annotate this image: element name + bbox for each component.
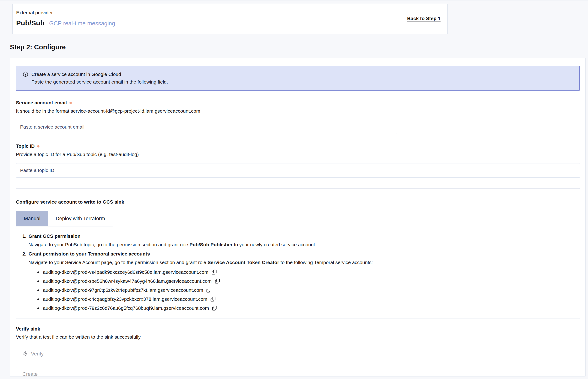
list-item: auditlog-dktxv@prod-c4cqaqgbfzy23vpzkbxz… [37,296,580,302]
info-banner-description: Paste the generated service account emai… [31,79,573,85]
list-item: auditlog-dktxv@prod-sbe56h6wr4sykaw47a6y… [37,278,580,284]
topic-id-label: Topic ID [16,143,35,149]
copy-icon [210,296,216,302]
tab-deploy-with-terraform[interactable]: Deploy with Terraform [48,211,113,226]
step-2-body: Navigate to your Service Account page, g… [28,260,580,265]
copy-icon [214,278,220,284]
service-account-email-hint: It should be in the format service-accou… [16,108,580,114]
back-to-step-1-link[interactable]: Back to Step 1 [407,16,441,21]
sink-section-title: Configure service account to write to GC… [16,199,580,205]
required-dot-icon [37,145,39,147]
verify-sink-title: Verify sink [16,326,580,332]
create-button[interactable]: Create [16,367,44,377]
provider-eyebrow: External provider [16,10,115,16]
list-item: auditlog-dktxv@prod-97gr6tp6zkv2t4epubff… [37,287,580,293]
service-account-email-text: auditlog-dktxv@prod-79z2c6d76au6g5fcq768… [43,305,209,311]
copy-icon [211,269,217,275]
copy-button[interactable] [212,305,218,311]
list-item: auditlog-dktxv@prod-79z2c6d76au6g5fcq768… [37,305,580,311]
section-divider [16,318,580,319]
info-banner-title: Create a service account in Google Cloud [31,72,121,77]
topic-id-hint: Provide a topic ID for a Pub/Sub topic (… [16,152,580,157]
service-account-email-label: Service account email [16,100,67,106]
bullet-icon [37,271,39,273]
configure-card: Create a service account in Google Cloud… [10,58,586,377]
bullet-icon [37,289,39,291]
verify-sink-description: Verify that a test file can be written t… [16,334,580,340]
service-account-email-text: auditlog-dktxv@prod-c4cqaqgbfzy23vpzkbxz… [43,296,207,302]
provider-tagline: GCP real-time messaging [49,20,115,27]
sink-method-tabs: Manual Deploy with Terraform [16,211,113,226]
tab-manual[interactable]: Manual [16,211,48,226]
bullet-icon [37,307,39,309]
provider-name: Pub/Sub [16,19,45,27]
copy-icon [212,305,218,311]
service-account-email-text: auditlog-dktxv@prod-97gr6tp6zkv2t4epubff… [43,287,203,293]
required-dot-icon [69,102,72,104]
service-account-email-field-group: Service account email It should be in th… [16,100,580,134]
create-button-label: Create [22,371,38,377]
service-account-email-input[interactable] [16,120,397,134]
copy-icon [206,287,212,293]
copy-button[interactable] [211,269,217,275]
provider-header-card: External provider Pub/Sub GCP real-time … [13,4,448,34]
provider-info: External provider Pub/Sub GCP real-time … [16,10,115,27]
service-account-email-text: auditlog-dktxv@prod-sbe56h6wr4sykaw47a6y… [43,278,212,284]
topic-id-field-group: Topic ID Provide a topic ID for a Pub/Su… [16,143,580,177]
temporal-service-account-list: auditlog-dktxv@prod-vs4padk9dkczcey6d6st… [37,269,580,311]
zap-icon [22,351,28,357]
verify-button-label: Verify [31,351,44,357]
copy-button[interactable] [206,287,212,293]
copy-button[interactable] [214,278,220,284]
step-1-body: Navigate to your PubSub topic, go to the… [28,242,580,247]
manual-steps: 1. Grant GCS permission Navigate to your… [22,233,580,311]
verify-button[interactable]: Verify [16,347,50,361]
step-1-title: 1. Grant GCS permission [22,233,580,239]
page-title: Step 2: Configure [10,43,588,51]
provider-row: Pub/Sub GCP real-time messaging [16,19,115,27]
topic-id-input[interactable] [16,163,580,177]
info-circle-icon [23,71,28,77]
bullet-icon [37,299,39,300]
section-divider [16,188,580,189]
step-2-title: 2. Grant permission to your Temporal ser… [22,251,580,257]
bullet-icon [37,281,39,282]
copy-button[interactable] [210,296,216,302]
service-account-email-text: auditlog-dktxv@prod-vs4padk9dkczcey6d6st… [43,269,208,275]
info-banner: Create a service account in Google Cloud… [16,66,580,91]
list-item: auditlog-dktxv@prod-vs4padk9dkczcey6d6st… [37,269,580,275]
